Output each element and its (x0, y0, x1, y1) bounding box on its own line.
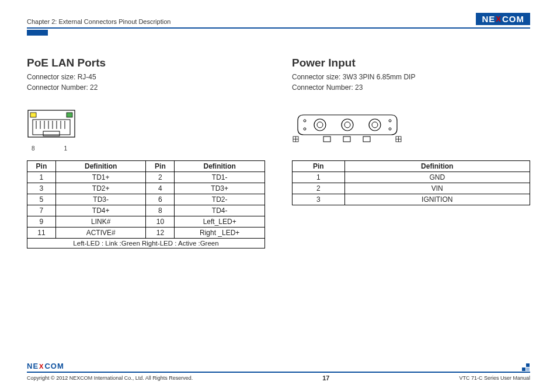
th-def2: Definition (175, 161, 265, 172)
svg-point-19 (304, 120, 306, 122)
table-row: 3IGNITION (293, 194, 530, 205)
table-row: 11ACTIVE#12Right _LED+ (27, 228, 265, 239)
svg-rect-2 (67, 113, 72, 117)
svg-point-16 (344, 122, 350, 128)
svg-point-21 (304, 128, 306, 130)
connector-number-right: Connector Number: 23 (292, 82, 530, 93)
power-input-section: Power Input Connector size: 3W3 3PIN 6.8… (292, 57, 530, 249)
page-number: 17 (322, 374, 329, 382)
rj45-diagram: 8 1 (27, 109, 265, 149)
svg-point-14 (317, 122, 323, 128)
svg-point-15 (342, 119, 353, 131)
table-row: 3TD2+4TD3+ (27, 183, 265, 194)
th-def: Definition (344, 161, 530, 172)
table-row: 1TD1+2TD1- (27, 172, 265, 183)
section-title-right: Power Input (292, 57, 530, 69)
svg-point-17 (369, 119, 381, 131)
svg-rect-23 (323, 136, 330, 142)
svg-rect-1 (30, 113, 36, 117)
header-bar: Chapter 2: External Connectors Pinout De… (27, 13, 530, 29)
poe-lan-ports-section: PoE LAN Ports Connector size: RJ-45 Conn… (27, 57, 265, 249)
th-pin2: Pin (146, 161, 175, 172)
power-connector-diagram (292, 109, 530, 149)
th-pin: Pin (293, 161, 345, 172)
logo-part-x: X (496, 15, 502, 23)
svg-point-13 (314, 119, 326, 131)
table-row: 1GND (293, 172, 530, 183)
chapter-title: Chapter 2: External Connectors Pinout De… (27, 18, 170, 25)
table-row: 9LINK#10Left_LED+ (27, 216, 265, 228)
pin-label-8: 8 (32, 145, 35, 152)
content-columns: PoE LAN Ports Connector size: RJ-45 Conn… (27, 57, 530, 249)
svg-rect-33 (526, 363, 530, 367)
accent-block (27, 30, 48, 36)
svg-rect-34 (526, 368, 530, 371)
connector-number-left: Connector Number: 22 (27, 82, 265, 93)
logo-part-right: COM (502, 14, 524, 24)
page-footer: NE X COM Copyright © 2012 NEXCOM Interna… (27, 362, 530, 382)
svg-point-20 (389, 120, 391, 122)
connector-size-right: Connector size: 3W3 3PIN 6.85mm DIP (292, 72, 530, 82)
section-title-left: PoE LAN Ports (27, 57, 265, 69)
svg-rect-3 (33, 120, 70, 135)
poe-pinout-table: Pin Definition Pin Definition 1TD1+2TD1-… (27, 160, 265, 249)
svg-point-22 (389, 128, 391, 130)
connector-size-left: Connector size: RJ-45 (27, 72, 265, 82)
svg-rect-4 (43, 131, 60, 136)
logo-part-left: NE (482, 14, 495, 24)
manual-name: VTC 71-C Series User Manual (459, 375, 530, 381)
table-row: 5TD3-6TD2- (27, 194, 265, 205)
th-pin: Pin (27, 161, 56, 172)
th-def: Definition (55, 161, 146, 172)
svg-rect-24 (343, 136, 350, 142)
table-row: 7TD4+8TD4- (27, 205, 265, 216)
svg-point-18 (372, 122, 378, 128)
footer-logo: NE X COM (27, 362, 64, 370)
table-row: 2VIN (293, 183, 530, 194)
table-footnote: Left-LED : Link :Green Right-LED : Activ… (27, 239, 265, 249)
brand-logo: NE X COM (476, 13, 530, 25)
copyright-text: Copyright © 2012 NEXCOM International Co… (27, 375, 193, 381)
power-pinout-table: Pin Definition 1GND 2VIN 3IGNITION (292, 160, 530, 205)
footer-corner-icon (522, 363, 530, 372)
svg-rect-32 (522, 368, 525, 371)
pin-label-1: 1 (64, 145, 68, 152)
svg-rect-25 (363, 136, 370, 142)
